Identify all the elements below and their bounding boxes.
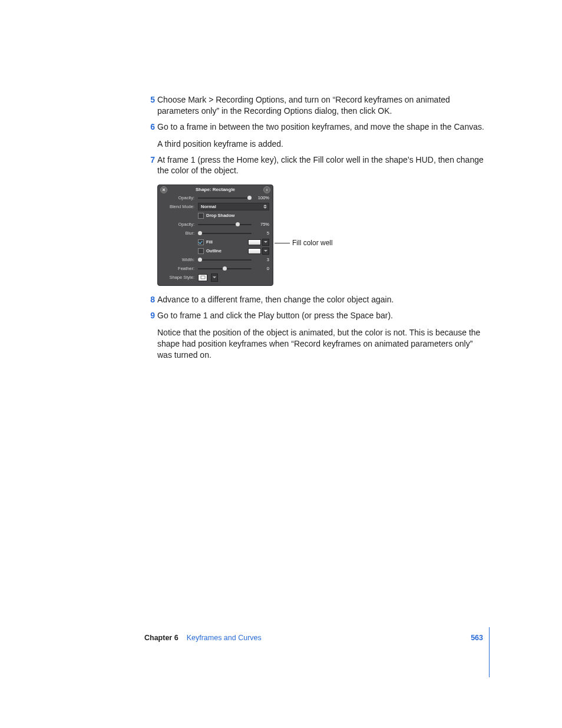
step-item: 6 Go to a frame in between the two posit… <box>144 121 485 150</box>
row-outline: Outline <box>158 246 273 255</box>
step-number: 7 <box>144 154 155 166</box>
step-number: 5 <box>144 94 155 106</box>
svg-rect-0 <box>201 276 205 279</box>
opacity-slider[interactable] <box>198 197 252 199</box>
drop-shadow-label: Drop Shadow <box>206 213 234 218</box>
shape-style-swatch[interactable] <box>198 274 207 281</box>
feather-slider[interactable] <box>198 268 252 269</box>
outline-color-menu[interactable] <box>262 248 269 255</box>
width-value: 3 <box>254 257 269 262</box>
label-blend: Blend Mode: <box>161 204 198 209</box>
step-item: 8 Advance to a different frame, then cha… <box>144 294 485 305</box>
opacity2-value: 75% <box>254 222 269 227</box>
blend-mode-value: Normal <box>201 204 216 209</box>
info-icon[interactable]: i <box>263 186 270 193</box>
blur-slider[interactable] <box>198 233 252 234</box>
document-page: 5 Choose Mark > Recording Options, and t… <box>0 0 562 728</box>
shape-style-menu[interactable] <box>211 274 218 282</box>
blend-mode-select[interactable]: Normal <box>198 203 269 210</box>
row-opacity-2: Opacity: 75% <box>158 220 273 229</box>
opacity-value: 100% <box>254 195 269 200</box>
callout-text: Fill color well <box>292 239 333 247</box>
step-item: 9 Go to frame 1 and click the Play butto… <box>144 310 485 361</box>
row-blur: Blur: 5 <box>158 229 273 238</box>
label-shape-style: Shape Style: <box>161 275 198 280</box>
footer-rule <box>489 627 490 677</box>
step-subtext: Notice that the position of the object i… <box>157 327 485 361</box>
opacity2-slider[interactable] <box>198 224 252 225</box>
outline-checkbox[interactable] <box>198 248 204 254</box>
row-width: Width: 3 <box>158 255 273 264</box>
step-item: 7 At frame 1 (press the Home key), click… <box>144 154 485 177</box>
blur-value: 5 <box>254 230 269 236</box>
page-footer: Chapter 6 Keyframes and Curves 563 <box>0 634 562 642</box>
step-text: At frame 1 (press the Home key), click t… <box>157 155 484 176</box>
footer-title: Keyframes and Curves <box>187 634 262 642</box>
step-text: Advance to a different frame, then chang… <box>157 295 394 304</box>
row-feather: Feather: 0 <box>158 264 273 273</box>
step-text: Go to frame 1 and click the Play button … <box>157 311 393 320</box>
step-number: 8 <box>144 294 155 305</box>
width-slider[interactable] <box>198 259 252 261</box>
callout-line <box>275 243 290 243</box>
figure: Shape: Rectangle i Opacity: 100% Blend M… <box>157 185 485 286</box>
row-opacity: Opacity: 100% <box>158 193 273 202</box>
fill-label: Fill <box>206 239 213 245</box>
label-width: Width: <box>161 257 198 262</box>
hud-title: Shape: Rectangle <box>196 187 235 192</box>
label-opacity-2: Opacity: <box>161 222 198 227</box>
step-text: Go to a frame in between the two positio… <box>157 122 484 131</box>
hud-panel: Shape: Rectangle i Opacity: 100% Blend M… <box>157 185 273 286</box>
step-list-top: 5 Choose Mark > Recording Options, and t… <box>144 94 485 176</box>
callout: Fill color well <box>275 239 333 247</box>
hud-header: Shape: Rectangle i <box>158 185 273 193</box>
label-blur: Blur: <box>161 230 198 236</box>
close-icon[interactable] <box>160 186 167 193</box>
outline-label: Outline <box>206 248 222 253</box>
chevron-updown-icon <box>263 203 267 210</box>
fill-checkbox[interactable] <box>198 239 204 245</box>
row-shape-style: Shape Style: <box>158 273 273 282</box>
drop-shadow-checkbox[interactable] <box>198 213 204 219</box>
step-number: 9 <box>144 310 155 321</box>
footer-chapter: Chapter 6 <box>144 634 178 642</box>
step-text: Choose Mark > Recording Options, and tur… <box>157 95 450 116</box>
row-drop-shadow: Drop Shadow <box>158 211 273 220</box>
step-subtext: A third position keyframe is added. <box>157 139 485 150</box>
feather-value: 0 <box>254 266 269 271</box>
fill-color-well[interactable] <box>248 239 261 245</box>
step-list-bottom: 8 Advance to a different frame, then cha… <box>144 294 485 360</box>
footer-page-number: 563 <box>471 634 490 642</box>
step-number: 6 <box>144 121 155 133</box>
label-feather: Feather: <box>161 266 198 271</box>
row-blend-mode: Blend Mode: Normal <box>158 202 273 211</box>
step-item: 5 Choose Mark > Recording Options, and t… <box>144 94 485 117</box>
fill-color-menu[interactable] <box>262 239 269 246</box>
outline-color-well[interactable] <box>248 248 261 254</box>
label-opacity: Opacity: <box>161 195 198 200</box>
row-fill: Fill <box>158 238 273 246</box>
